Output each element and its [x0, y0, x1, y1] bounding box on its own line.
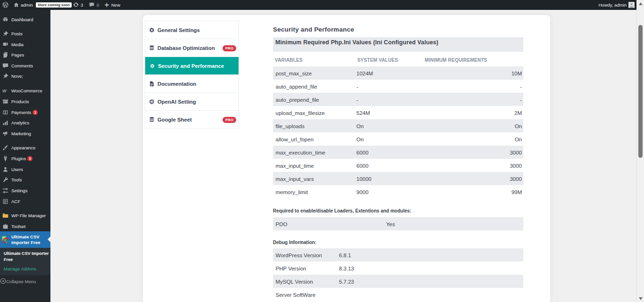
svg-text:W: W	[2, 88, 7, 93]
